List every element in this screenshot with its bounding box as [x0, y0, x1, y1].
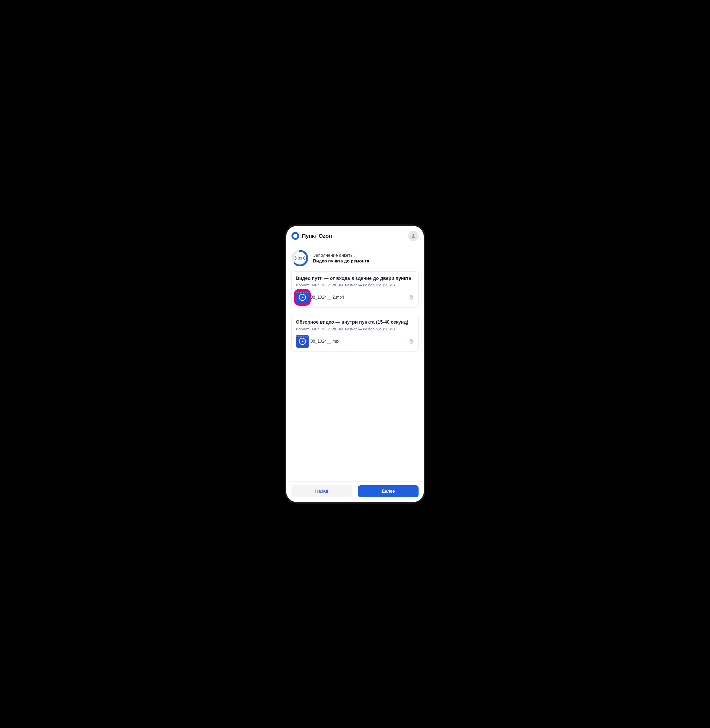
card-subtitle: Формат - MP4, MOV, WEBM. Размер — не бол…	[296, 283, 414, 287]
ozon-logo-icon	[292, 232, 299, 240]
avatar-button[interactable]	[408, 231, 418, 241]
video-upload-card-overview: Обзорное видео — внутри пункта (15-40 се…	[292, 315, 418, 352]
progress-section: 5 из 8 Заполнение анкеты: Видео пункта д…	[286, 245, 424, 271]
card-subtitle: Формат - MP4, MOV, WEBM. Размер — не бол…	[296, 327, 414, 331]
file-row: 08_1024__ 2.mp4	[296, 291, 414, 304]
phone-frame: Пункт Ozon 5 из 8 Заполнение анкеты: Вид…	[286, 226, 424, 502]
footer-nav: Назад Далее	[286, 482, 424, 502]
play-icon	[299, 294, 306, 301]
progress-label-bottom: Видео пункта до ремонта	[313, 259, 369, 264]
play-icon	[299, 338, 306, 345]
header-left: Пункт Ozon	[292, 232, 332, 240]
svg-rect-8	[410, 340, 413, 343]
video-thumbnail-button[interactable]	[296, 291, 309, 304]
trash-icon[interactable]	[408, 294, 414, 300]
user-icon	[411, 233, 416, 239]
file-row: 08_1024__.mp4	[296, 335, 414, 348]
app-header: Пункт Ozon	[286, 226, 424, 245]
trash-icon[interactable]	[408, 338, 414, 344]
app-title: Пункт Ozon	[302, 233, 332, 239]
content: Видео пути — от входа в здание до двери …	[286, 271, 424, 482]
next-button[interactable]: Далее	[358, 485, 418, 497]
file-name: 08_1024__ 2.mp4	[311, 295, 407, 300]
progress-text: 5 из 8	[294, 256, 305, 261]
back-button[interactable]: Назад	[292, 485, 352, 497]
video-thumbnail-button[interactable]	[296, 335, 309, 348]
progress-ring: 5 из 8	[292, 250, 308, 267]
svg-point-0	[412, 234, 414, 236]
video-upload-card-path: Видео пути — от входа в здание до двери …	[292, 271, 418, 308]
file-name: 08_1024__.mp4	[311, 339, 407, 344]
progress-labels: Заполнение анкеты: Видео пункта до ремон…	[313, 253, 369, 264]
card-title: Видео пути — от входа в здание до двери …	[296, 275, 414, 281]
card-title: Обзорное видео — внутри пункта (15-40 се…	[296, 319, 414, 325]
svg-rect-4	[410, 296, 413, 299]
progress-label-top: Заполнение анкеты:	[313, 253, 369, 258]
